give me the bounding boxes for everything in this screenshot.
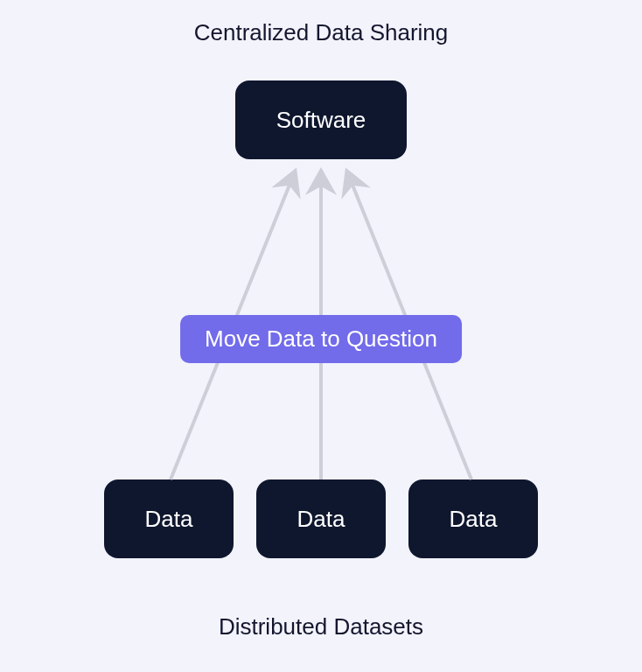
data-box-1-label: Data [145,506,193,533]
title-distributed: Distributed Datasets [0,613,642,640]
data-box-1: Data [104,480,234,558]
data-box-3-label: Data [450,506,498,533]
data-row: Data Data Data [0,480,642,558]
diagram-container: Centralized Data Sharing Software Move D… [0,0,642,672]
software-box: Software [235,80,407,159]
move-data-label: Move Data to Question [180,315,462,363]
move-data-text: Move Data to Question [205,326,437,352]
data-box-3: Data [408,480,538,558]
software-label: Software [276,107,366,134]
title-centralized: Centralized Data Sharing [0,19,642,46]
data-box-2-label: Data [297,506,345,533]
data-box-2: Data [256,480,386,558]
